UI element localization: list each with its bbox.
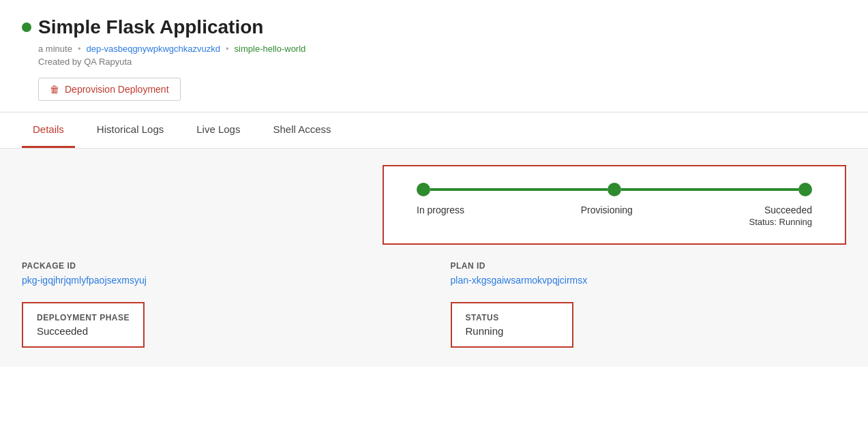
app-title: Simple Flask Application <box>38 16 263 38</box>
progress-box: In progress Provisioning Succeeded Statu… <box>383 165 846 245</box>
meta-deployment-id[interactable]: dep-vasbeqgnywpkwgchkazvuzkd <box>86 44 220 54</box>
info-grid: PACKAGE ID pkg-igqjhrjqmlyfpaojsexmsyuj … <box>22 261 846 348</box>
status-section: STATUS Running <box>451 302 847 348</box>
progress-label-1: In progress <box>417 205 464 227</box>
tab-shell-access[interactable]: Shell Access <box>262 112 342 148</box>
package-id-label: PACKAGE ID <box>22 261 418 271</box>
deployment-phase-box: DEPLOYMENT PHASE Succeeded <box>22 302 145 348</box>
app-title-row: Simple Flask Application <box>22 16 846 38</box>
deployment-phase-value: Succeeded <box>37 325 130 337</box>
header: Simple Flask Application a minute • dep-… <box>0 0 868 112</box>
meta-sep1: • <box>78 44 81 54</box>
progress-line-1 <box>430 188 608 191</box>
tabs-bar: Details Historical Logs Live Logs Shell … <box>0 112 868 149</box>
meta-sep2: • <box>226 44 229 54</box>
deprovision-icon: 🗑 <box>50 84 59 95</box>
status-box: STATUS Running <box>451 302 573 348</box>
progress-track <box>417 183 812 196</box>
deployment-phase-section: DEPLOYMENT PHASE Succeeded <box>22 302 418 348</box>
meta-time: a minute <box>38 44 72 54</box>
package-id-value: pkg-igqjhrjqmlyfpaojsexmsyuj <box>22 275 418 286</box>
created-by: Created by QA Rapyuta <box>38 57 846 67</box>
status-dot <box>22 22 31 32</box>
plan-id-section: PLAN ID plan-xkgsgaiwsarmokvpqjcirmsx <box>451 261 847 286</box>
meta-package-link[interactable]: simple-hello-world <box>235 44 306 54</box>
status-value: Running <box>466 325 558 337</box>
progress-node-3 <box>798 183 812 196</box>
progress-line-2 <box>621 188 798 191</box>
progress-label-3: Succeeded Status: Running <box>749 205 812 227</box>
status-label: STATUS <box>466 313 558 322</box>
plan-id-label: PLAN ID <box>451 261 847 271</box>
plan-id-value: plan-xkgsgaiwsarmokvpqjcirmsx <box>451 275 847 286</box>
tab-details[interactable]: Details <box>22 112 75 148</box>
progress-label-2: Provisioning <box>581 205 633 227</box>
status-running: Status: Running <box>749 217 812 227</box>
tab-historical-logs[interactable]: Historical Logs <box>86 112 175 148</box>
main-content: In progress Provisioning Succeeded Statu… <box>0 149 868 367</box>
progress-labels: In progress Provisioning Succeeded Statu… <box>417 205 812 227</box>
progress-node-1 <box>417 183 430 196</box>
progress-section: In progress Provisioning Succeeded Statu… <box>22 165 846 245</box>
tab-live-logs[interactable]: Live Logs <box>185 112 251 148</box>
package-id-section: PACKAGE ID pkg-igqjhrjqmlyfpaojsexmsyuj <box>22 261 418 286</box>
deployment-phase-label: DEPLOYMENT PHASE <box>37 313 130 322</box>
deprovision-label: Deprovision Deployment <box>65 84 169 95</box>
deprovision-button[interactable]: 🗑 Deprovision Deployment <box>38 78 181 101</box>
meta-row: a minute • dep-vasbeqgnywpkwgchkazvuzkd … <box>38 44 846 54</box>
progress-node-2 <box>608 183 621 196</box>
